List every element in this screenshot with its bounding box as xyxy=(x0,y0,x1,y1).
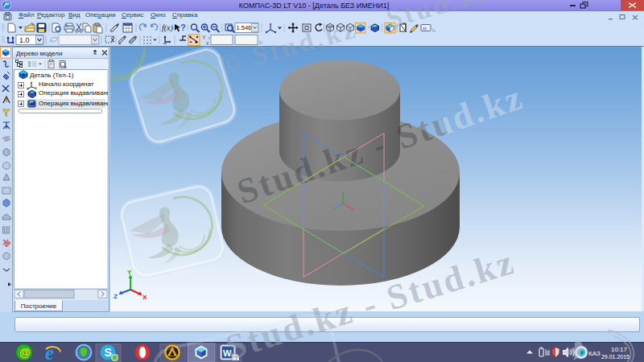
svg-text:Деталь (Тел-1): Деталь (Тел-1) xyxy=(30,72,74,79)
svg-text:1.0: 1.0 xyxy=(19,36,30,44)
svg-text:e: e xyxy=(45,343,54,362)
svg-text:29.01.2015: 29.01.2015 xyxy=(601,354,630,360)
svg-text:W: W xyxy=(223,348,232,358)
svg-text:X: X xyxy=(142,294,147,301)
svg-text:Начало координат: Начало координат xyxy=(39,80,94,88)
svg-text:КАЗ: КАЗ xyxy=(588,350,601,357)
svg-text:Z: Z xyxy=(114,293,118,300)
svg-text:f(x): f(x) xyxy=(162,23,174,33)
svg-text:10:17: 10:17 xyxy=(611,346,628,353)
svg-text:?: ? xyxy=(180,23,186,32)
svg-text:Операция выдавливания: Операция выдавливания xyxy=(39,89,108,97)
svg-text:Y: Y xyxy=(127,269,132,276)
svg-text:@: @ xyxy=(19,346,31,359)
svg-text:S: S xyxy=(105,346,112,359)
svg-text:x: x xyxy=(206,40,209,46)
svg-text:Операция выдавливания: Операция выдавливания xyxy=(39,100,108,107)
